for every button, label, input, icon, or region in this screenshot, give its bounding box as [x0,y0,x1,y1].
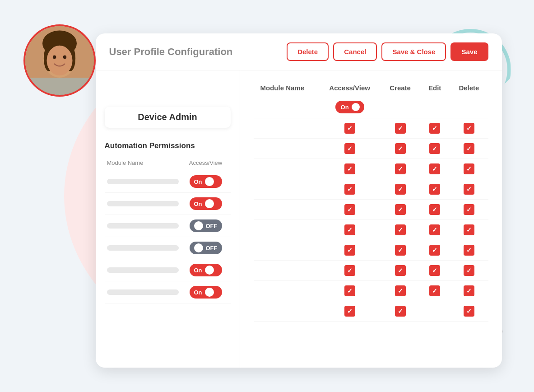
edit-cell: ✓ [420,118,450,139]
module-name-cell [254,179,319,200]
module-name-cell [254,200,319,220]
delete-button[interactable]: Delete [287,42,329,61]
checkbox-checked[interactable]: ✓ [395,163,406,174]
delete-cell [450,96,488,118]
edit-cell: ✓ [420,220,450,240]
toggle-on[interactable]: On [190,264,222,276]
checkbox-checked[interactable]: ✓ [395,285,406,296]
checkbox-checked[interactable]: ✓ [395,245,406,256]
avatar-image [25,26,94,95]
toggle-on[interactable]: On [190,286,222,299]
col-access-view: Access/View [319,79,381,96]
svg-point-7 [46,46,72,76]
checkbox-checked[interactable]: ✓ [395,184,406,195]
delete-cell: ✓ [450,220,488,240]
checkbox-checked[interactable]: ✓ [429,184,440,195]
automation-column-headers: Module Name Access/View [105,159,231,166]
checkbox-checked[interactable]: ✓ [344,265,355,276]
checkbox-checked[interactable]: ✓ [344,245,355,256]
checkbox-checked[interactable]: ✓ [344,224,355,235]
checkbox-checked[interactable]: ✓ [464,123,474,134]
checkbox-checked[interactable]: ✓ [429,285,440,296]
toggle-wrapper: On [183,264,228,276]
access-cell: ✓ [319,159,381,179]
save-button[interactable]: Save [450,42,488,61]
cancel-button[interactable]: Cancel [333,42,377,61]
checkbox-checked[interactable]: ✓ [464,163,474,174]
module-name-cell [254,96,319,118]
checkbox-checked[interactable]: ✓ [344,184,355,195]
checkbox-checked[interactable]: ✓ [429,204,440,215]
delete-cell: ✓ [450,301,488,322]
auto-row: On [105,281,231,303]
toggle-knob [205,266,214,275]
create-cell: ✓ [381,301,420,322]
auto-module-header: Module Name [107,159,179,166]
checkbox-checked[interactable]: ✓ [464,306,474,317]
access-toggle-on[interactable]: On [335,101,364,113]
scene: User Profile Configuration Delete Cancel… [19,11,515,381]
checkbox-checked[interactable]: ✓ [344,123,355,134]
svg-point-9 [63,56,66,59]
checkbox-checked[interactable]: ✓ [429,143,440,154]
checkbox-checked[interactable]: ✓ [464,224,474,235]
checkbox-checked[interactable]: ✓ [464,245,474,256]
checkbox-checked[interactable]: ✓ [344,306,355,317]
access-cell: ✓ [319,220,381,240]
checkbox-checked[interactable]: ✓ [395,123,406,134]
col-edit: Edit [420,79,450,96]
edit-cell: ✓ [420,200,450,220]
toggle-knob [194,243,203,252]
access-cell: ✓ [319,281,381,301]
toggle-off[interactable]: OFF [190,242,222,254]
checkbox-checked[interactable]: ✓ [344,163,355,174]
delete-cell: ✓ [450,118,488,139]
checkbox-checked[interactable]: ✓ [395,306,406,317]
access-cell: On [319,96,381,118]
toggle-on-label: On [194,267,202,274]
toggle-off[interactable]: OFF [190,219,222,232]
module-name-cell [254,261,319,281]
toggle-knob [205,199,214,208]
table-row: ✓ ✓ ✓ ✓ [254,220,488,240]
checkbox-checked[interactable]: ✓ [395,204,406,215]
checkbox-checked[interactable]: ✓ [464,285,474,296]
toggle-on[interactable]: On [190,175,222,188]
checkbox-checked[interactable]: ✓ [395,224,406,235]
checkbox-checked[interactable]: ✓ [464,143,474,154]
checkbox-checked[interactable]: ✓ [429,224,440,235]
permissions-table: Module Name Access/View Create Edit Dele… [254,79,488,322]
toggle-knob [205,288,214,297]
checkbox-checked[interactable]: ✓ [344,143,355,154]
checkbox-checked[interactable]: ✓ [464,204,474,215]
toggle-wrapper: OFF [183,219,228,232]
create-cell: ✓ [381,220,420,240]
checkbox-checked[interactable]: ✓ [464,184,474,195]
checkbox-checked[interactable]: ✓ [429,245,440,256]
toggle-on[interactable]: On [190,197,222,210]
module-name-cell [254,159,319,179]
table-row: ✓ ✓ ✓ [254,301,488,322]
checkbox-checked[interactable]: ✓ [429,163,440,174]
checkbox-checked[interactable]: ✓ [464,265,474,276]
col-create: Create [381,79,420,96]
checkbox-checked[interactable]: ✓ [395,143,406,154]
checkbox-checked[interactable]: ✓ [395,265,406,276]
module-name-cell [254,220,319,240]
save-close-button[interactable]: Save & Close [381,42,446,61]
col-delete: Delete [450,79,488,96]
checkbox-checked[interactable]: ✓ [429,123,440,134]
checkbox-checked[interactable]: ✓ [429,265,440,276]
main-card: User Profile Configuration Delete Cancel… [96,33,502,368]
table-row: ✓ ✓ ✓ ✓ [254,118,488,139]
toggle-knob [194,221,203,230]
checkbox-checked[interactable]: ✓ [344,204,355,215]
delete-cell: ✓ [450,240,488,261]
edit-cell: ✓ [420,261,450,281]
module-name-cell [254,301,319,322]
access-cell: ✓ [319,118,381,139]
edit-cell: ✓ [420,240,450,261]
auto-row-name-bar [107,245,179,251]
table-row: ✓ ✓ ✓ ✓ [254,240,488,261]
checkbox-checked[interactable]: ✓ [344,285,355,296]
